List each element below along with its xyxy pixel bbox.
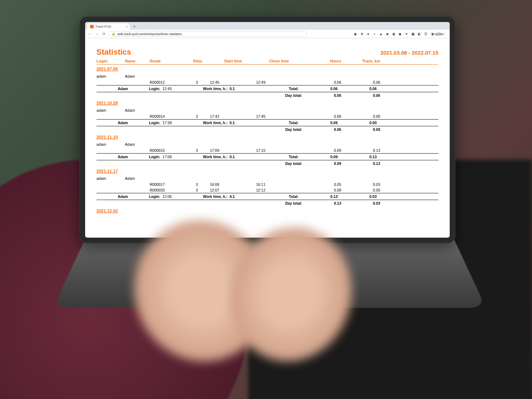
route-sites: 3 <box>185 80 210 84</box>
summary-total-track: 0.13 <box>338 155 377 159</box>
day-section: 2021.12.02 <box>96 209 438 214</box>
route-sites: 3 <box>185 148 210 153</box>
day-section: 2021.07.05adamAdamR000012312:4512:490.06… <box>96 67 438 99</box>
col-track: Track, km <box>341 59 380 63</box>
url-text: web.track-pod.com/en/reports/driver-stat… <box>117 32 182 36</box>
ext-icon[interactable]: ● <box>366 32 370 36</box>
update-button[interactable]: Update <box>436 32 441 36</box>
day-total-track: 0.13 <box>341 161 380 166</box>
ext-icon[interactable]: ◐ <box>417 32 421 36</box>
col-name: Name <box>125 59 150 63</box>
summary-login-label: Login: <box>139 87 160 91</box>
day-date-link[interactable]: 2021.07.05 <box>96 67 438 72</box>
summary-total-track: 0.06 <box>338 87 377 91</box>
route-start: 16:08 <box>210 182 256 187</box>
ext-icon[interactable]: ★ <box>360 32 364 36</box>
address-bar[interactable]: 🔒 web.track-pod.com/en/reports/driver-st… <box>109 31 307 37</box>
summary-total-label: Total: <box>253 194 299 199</box>
page-title: Statistics <box>96 48 131 57</box>
laptop-screen: Track-POD × + ← → ⟳ 🔒 web.track-pod.com/… <box>85 22 450 238</box>
day-total-track: 0.03 <box>341 201 380 205</box>
summary-name: Adam <box>118 87 139 91</box>
summary-row: AdamLogin:17:08Work time, h.: 0.1Total:0… <box>96 153 438 160</box>
ext-icon[interactable]: ☰ <box>423 32 428 36</box>
summary-total-hours: 0.13 <box>299 194 338 199</box>
summary-worktime: Work time, h.: 4.1 <box>185 194 253 199</box>
ext-icon[interactable]: ◆ <box>353 32 358 36</box>
summary-login-time: 17:38 <box>160 121 185 125</box>
day-total-track: 0.00 <box>341 127 380 132</box>
column-headers: Login: Name Route Sites Start time Close… <box>96 57 438 65</box>
login-value: adam <box>96 142 125 146</box>
day-total-hours: 0.06 <box>302 127 341 132</box>
summary-name: Adam <box>118 155 139 159</box>
route-start: 12:45 <box>210 80 256 84</box>
summary-total-hours: 0.06 <box>299 87 338 91</box>
route-id: R000012 <box>150 80 185 84</box>
back-button[interactable]: ← <box>87 32 92 36</box>
day-section: 2021.10.28adamAdamR000014317:4217:450.06… <box>96 101 438 133</box>
name-value: Adam <box>125 108 150 112</box>
ext-icon[interactable]: ◉ <box>392 32 396 36</box>
route-track: 0.00 <box>341 188 380 192</box>
route-row: R000017316:0816:110.050.03 <box>96 182 438 187</box>
summary-row: AdamLogin:12:06Work time, h.: 4.1Total:0… <box>96 193 438 200</box>
route-close: 12:12 <box>256 188 302 192</box>
forward-button[interactable]: → <box>94 32 99 36</box>
day-date-link[interactable]: 2021.10.28 <box>96 101 438 106</box>
summary-login-label: Login: <box>139 194 160 199</box>
route-close: 12:49 <box>256 80 302 84</box>
day-total-label: Day total: <box>96 201 302 205</box>
tab-title: Track-POD <box>95 25 111 28</box>
browser-tab[interactable]: Track-POD × <box>87 23 130 30</box>
day-date-link[interactable]: 2021.11.17 <box>96 169 438 174</box>
day-total-row: Day total:0.060.00 <box>96 126 438 133</box>
route-track: 0.06 <box>341 80 380 84</box>
ext-icon[interactable]: ■ <box>385 32 389 36</box>
name-value: Adam <box>125 142 150 146</box>
summary-worktime: Work time, h.: 0.1 <box>185 155 253 159</box>
summary-total-label: Total: <box>253 121 299 125</box>
summary-total-label: Total: <box>253 155 299 159</box>
day-total-label: Day total: <box>96 93 302 98</box>
ext-icon[interactable]: ◆ <box>398 32 402 36</box>
day-total-label: Day total: <box>96 127 302 132</box>
user-row: adamAdam <box>96 141 438 148</box>
route-id: R000020 <box>150 188 185 192</box>
col-close: Close time <box>256 59 302 63</box>
ext-icon[interactable]: ▪ <box>372 32 377 36</box>
route-track: 0.03 <box>341 182 380 187</box>
route-id: R000017 <box>150 182 185 187</box>
route-close: 16:11 <box>256 182 302 187</box>
reload-button[interactable]: ⟳ <box>101 32 106 36</box>
summary-login-label: Login: <box>139 121 160 125</box>
day-section: 2021.11.10adamAdamR000015317:0917:150.09… <box>96 135 438 167</box>
day-total-hours: 0.06 <box>302 93 341 98</box>
day-section: 2021.11.17adamAdamR000017316:0816:110.05… <box>96 169 438 206</box>
day-total-row: Day total:0.090.13 <box>96 160 438 167</box>
summary-total-hours: 0.09 <box>299 155 338 159</box>
route-start: 17:42 <box>210 114 256 118</box>
summary-total-label: Total: <box>253 87 299 91</box>
summary-row: AdamLogin:17:38Work time, h.: 0.1Total:0… <box>96 119 438 126</box>
favicon-icon <box>90 25 94 28</box>
ext-icon[interactable]: ▣ <box>411 32 415 36</box>
ext-icon[interactable]: ✦ <box>404 32 409 36</box>
summary-login-time: 12:45 <box>160 87 185 91</box>
route-id: R000015 <box>150 148 185 153</box>
day-total-row: Day total:0.060.06 <box>96 92 438 99</box>
menu-icon[interactable]: ⋮ <box>443 32 448 36</box>
day-date-link[interactable]: 2021.11.10 <box>96 135 438 140</box>
route-row: R000012312:4512:490.060.06 <box>96 79 438 85</box>
ext-icon[interactable]: ▲ <box>379 32 383 36</box>
col-route: Route <box>150 59 185 63</box>
summary-worktime: Work time, h.: 0.1 <box>185 87 253 91</box>
summary-total-track: 0.00 <box>338 121 377 125</box>
laptop-frame: Track-POD × + ← → ⟳ 🔒 web.track-pod.com/… <box>79 16 455 243</box>
login-value: adam <box>96 176 125 181</box>
close-tab-icon[interactable]: × <box>126 25 128 29</box>
day-date-link[interactable]: 2021.12.02 <box>96 209 438 214</box>
name-value: Adam <box>125 74 150 78</box>
col-hours: Hours <box>302 59 341 63</box>
new-tab-button[interactable]: + <box>131 23 138 30</box>
